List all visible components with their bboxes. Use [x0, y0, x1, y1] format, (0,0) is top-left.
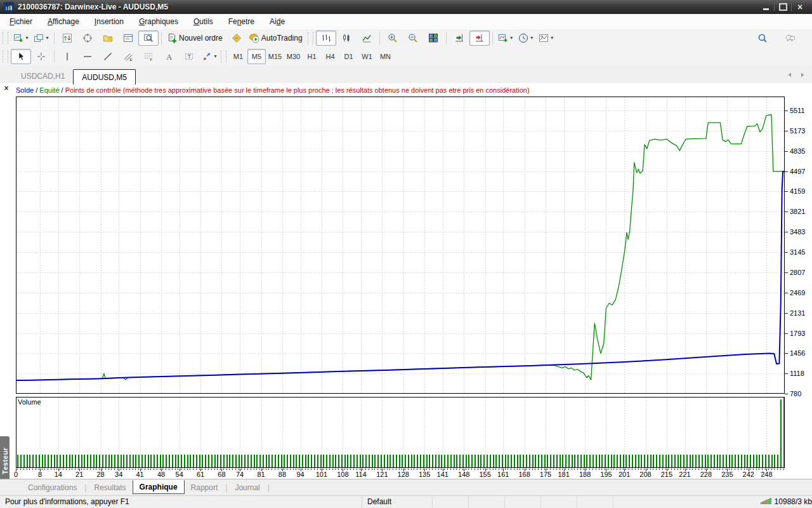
horizontal-line-button[interactable] [77, 49, 98, 64]
tester-tab-configurations[interactable]: Configurations [22, 481, 83, 494]
zoom-out-button[interactable] [403, 30, 423, 46]
timeframe-w1-button[interactable]: W1 [358, 49, 376, 64]
zoom-in-button[interactable] [383, 30, 403, 46]
svg-text:101: 101 [316, 471, 327, 478]
svg-text:T: T [188, 53, 192, 60]
volume-bars [18, 397, 784, 467]
trendline-icon [103, 51, 113, 62]
toolbar-separator [379, 32, 380, 44]
text-button[interactable]: A [159, 49, 179, 64]
text-label-button[interactable]: T [179, 49, 199, 64]
tester-tab-rapport[interactable]: Rapport [185, 481, 225, 494]
data-window-button[interactable] [77, 30, 98, 46]
terminal-button[interactable] [118, 30, 138, 46]
chart-line-button[interactable] [357, 30, 377, 46]
timeframe-mn-button[interactable]: MN [376, 49, 395, 64]
cursor-icon [16, 51, 26, 62]
tab-scroll-right-icon[interactable] [798, 70, 807, 79]
arrows-button[interactable]: ▾ [199, 49, 219, 64]
search-button[interactable] [752, 30, 773, 46]
tester-close-icon[interactable]: × [3, 85, 10, 93]
menu-affichage[interactable]: Affichage [41, 15, 86, 28]
market-watch-icon [62, 33, 72, 43]
menu-insertion[interactable]: Insertion [88, 15, 131, 28]
strategy-tester-button[interactable] [138, 30, 159, 46]
svg-text:201: 201 [619, 471, 630, 478]
svg-text:0: 0 [14, 471, 18, 478]
close-button[interactable]: × [792, 0, 808, 14]
tester-tab-graphique[interactable]: Graphique [133, 480, 185, 494]
svg-text:81: 81 [257, 471, 265, 478]
svg-text:242: 242 [743, 471, 754, 478]
restore-button[interactable] [775, 0, 791, 14]
equidistant-channel-button[interactable]: E [118, 49, 138, 64]
menu-outils[interactable]: Outils [187, 15, 220, 28]
timeframe-h1-button[interactable]: H1 [303, 49, 321, 64]
timeframe-h4-button[interactable]: H4 [321, 49, 339, 64]
svg-text:2131: 2131 [790, 309, 805, 317]
chart-candles-button[interactable] [336, 30, 357, 46]
svg-text:114: 114 [355, 471, 367, 478]
svg-text:61: 61 [197, 471, 204, 478]
chart-candles-icon [341, 33, 351, 43]
svg-text:48: 48 [157, 471, 165, 478]
chart-tab-audusd-m5[interactable]: AUDUSD,M5 [73, 69, 136, 84]
svg-text:4835: 4835 [790, 147, 805, 155]
community-chat-button[interactable] [780, 30, 801, 46]
toolbar-grip[interactable] [221, 50, 226, 63]
new-chart-button[interactable]: ▾ [11, 30, 31, 46]
periods-button[interactable]: ▾ [516, 30, 536, 46]
tester-graph[interactable]: 7801118145617932131246928073145348338214… [10, 83, 812, 479]
timeframe-m1-button[interactable]: M1 [229, 49, 247, 64]
menu-aide[interactable]: Aide [263, 15, 292, 28]
toolbar-grip[interactable] [3, 32, 8, 44]
tester-tab-resultats[interactable]: Resultats [88, 481, 133, 494]
terminal-icon [123, 33, 133, 43]
indicators-button[interactable]: ▾ [495, 30, 516, 46]
chart-tab-bar: USDCAD,H1AUDUSD,M5 [0, 65, 812, 84]
chart-bars-button[interactable] [316, 30, 336, 46]
status-profile: Default [362, 496, 433, 508]
svg-text:221: 221 [679, 471, 690, 478]
timeframe-d1-button[interactable]: D1 [339, 49, 358, 64]
menu-fichier[interactable]: Fichier [3, 15, 39, 28]
navigator-button[interactable] [98, 30, 118, 46]
menu-graphiques[interactable]: Graphiques [132, 15, 185, 28]
chart-tab-usdcad-h1[interactable]: USDCAD,H1 [13, 69, 73, 83]
chevron-down-icon: ▾ [510, 36, 513, 41]
tile-windows-button[interactable] [423, 30, 443, 46]
trendline-button[interactable] [98, 49, 118, 64]
templates-button[interactable]: ▾ [536, 30, 556, 46]
timeframe-m15-button[interactable]: M15 [266, 49, 284, 64]
periods-icon [518, 33, 528, 43]
text-icon: A [164, 51, 174, 62]
market-watch-button[interactable] [57, 30, 77, 46]
chart-shift-button[interactable] [469, 30, 490, 46]
auto-scroll-button[interactable] [449, 30, 469, 46]
vertical-line-button[interactable] [57, 49, 77, 64]
autotrading-icon [249, 33, 259, 43]
svg-text:195: 195 [600, 471, 612, 478]
tab-scroll-left-icon[interactable] [785, 70, 794, 79]
toolbar-grip[interactable] [3, 50, 8, 63]
autotrading-button[interactable]: AutoTrading [247, 30, 306, 46]
mt4-logo-icon [4, 2, 14, 12]
profiles-button[interactable]: ▾ [31, 30, 51, 46]
svg-text:3821: 3821 [790, 208, 805, 215]
profiles-icon [34, 33, 44, 43]
svg-text:2469: 2469 [790, 289, 805, 297]
title-bar[interactable]: 2100036787: Darwinex-Live - AUDUSD,M5 × [0, 0, 812, 14]
toolbar-grip[interactable] [308, 32, 313, 44]
y-axis-labels: 7801118145617932131246928073145348338214… [790, 107, 805, 398]
crosshair-button[interactable] [31, 49, 51, 64]
menu-fenetre[interactable]: Fenetre [221, 15, 261, 28]
timeframe-m5-button[interactable]: M5 [247, 49, 266, 64]
new-order-button[interactable]: Nouvel ordre [164, 30, 226, 46]
timeframe-m30-button[interactable]: M30 [284, 49, 303, 64]
metaeditor-button[interactable] [226, 30, 247, 46]
minimize-button[interactable] [757, 0, 774, 14]
fibonacci-button[interactable]: F [138, 49, 159, 64]
tester-tab-journal[interactable]: Journal [228, 481, 266, 494]
cursor-button[interactable] [11, 49, 31, 64]
svg-text:41: 41 [136, 471, 144, 478]
